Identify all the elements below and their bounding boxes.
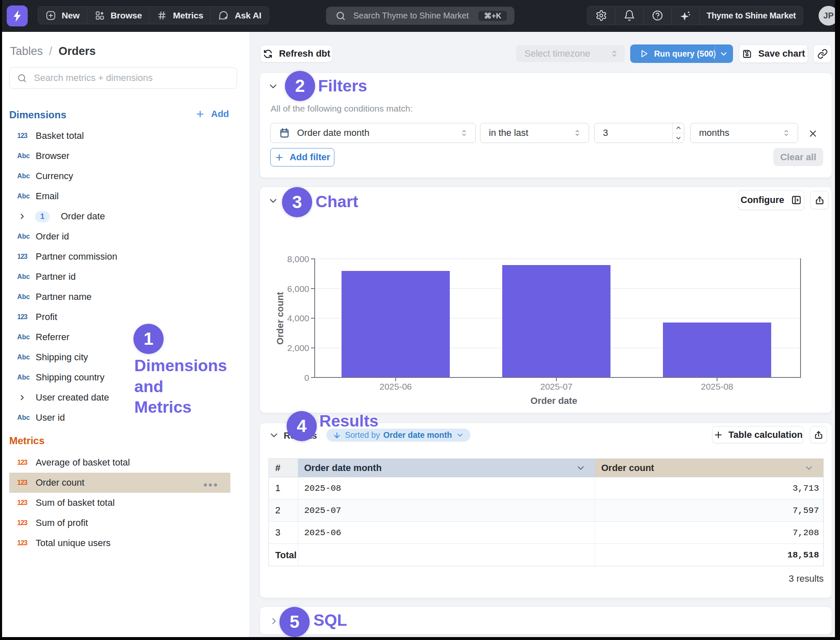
svg-text:2,000: 2,000 — [287, 343, 309, 353]
svg-text:Order count: Order count — [275, 291, 285, 345]
svg-text:0: 0 — [304, 373, 309, 382]
svg-text:2025-06: 2025-06 — [379, 382, 412, 391]
svg-text:2025-08: 2025-08 — [701, 382, 733, 391]
svg-text:8,000: 8,000 — [287, 254, 309, 264]
svg-text:4,000: 4,000 — [287, 313, 309, 323]
svg-text:2025-07: 2025-07 — [540, 382, 572, 391]
svg-text:6,000: 6,000 — [287, 284, 309, 294]
svg-text:Order date: Order date — [530, 395, 577, 406]
